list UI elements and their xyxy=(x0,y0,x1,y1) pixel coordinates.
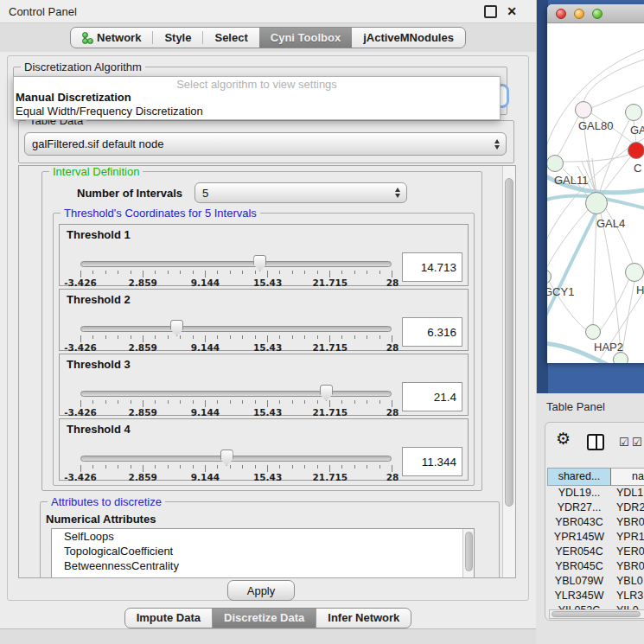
table-row[interactable]: YLR345WYLR3 xyxy=(547,589,644,603)
tick-label: 28 xyxy=(386,407,399,418)
cell-name: YBL0 xyxy=(611,574,644,589)
table-row[interactable]: YDR27...YDR2 xyxy=(547,501,644,515)
numerical-attributes-list[interactable]: SelfLoopsTopologicalCoefficientBetweenne… xyxy=(51,528,475,577)
node-label: GAL4 xyxy=(596,217,625,230)
network-node-c[interactable] xyxy=(628,142,644,159)
cell-shared-name: YDR27... xyxy=(547,501,611,515)
tick-label: 9.144 xyxy=(191,277,220,288)
minimize-traffic-light-icon[interactable] xyxy=(574,9,584,19)
threshold-slider-thumb[interactable] xyxy=(253,255,266,271)
threshold-slider-thumb[interactable] xyxy=(320,385,333,401)
algorithm-option-manual-discretization[interactable]: Manual Discretization xyxy=(14,91,500,105)
threshold-value-field[interactable] xyxy=(402,447,462,476)
attribute-list-item[interactable]: BetweennessCentrality xyxy=(52,558,474,573)
threshold-3-box: Threshold 3-3.4262.8599.14415.4321.71528 xyxy=(59,354,469,416)
tab-infer-network[interactable]: Infer Network xyxy=(316,609,411,628)
interval-definition-group-title: Interval Definition xyxy=(49,166,143,178)
threshold-slider-thumb[interactable] xyxy=(220,450,233,466)
tab-network[interactable]: Network xyxy=(71,28,152,48)
tab-impute-data[interactable]: Impute Data xyxy=(125,609,212,628)
gear-icon[interactable]: ⚙ xyxy=(556,429,571,448)
algorithm-dropdown-hint: Select algorithm to view settings xyxy=(14,77,500,91)
cell-name: YDL1 xyxy=(611,486,644,501)
tick-label: -3.426 xyxy=(64,407,97,418)
threshold-value-field[interactable] xyxy=(402,252,462,282)
threshold-value-field[interactable] xyxy=(402,317,462,347)
tick-label: 2.859 xyxy=(129,472,157,482)
table-horizontal-scrollbar[interactable] xyxy=(549,609,644,619)
network-node-gal4[interactable] xyxy=(585,192,608,214)
tab-select[interactable]: Select xyxy=(203,28,258,48)
node-attribute-table: shared... na YDL19...YDL1YDR27...YDR2YBR… xyxy=(547,468,644,620)
tick-label: 21.715 xyxy=(313,342,348,353)
control-panel-title: Control Panel xyxy=(0,5,77,18)
checkbox-icon[interactable]: ☑ xyxy=(619,436,629,449)
tick-label: 21.715 xyxy=(313,277,348,288)
apply-button[interactable]: Apply xyxy=(227,580,295,601)
control-panel-titlebar: Control Panel ✕ xyxy=(0,0,536,23)
cell-shared-name: YBR043C xyxy=(547,515,611,530)
columns-icon[interactable] xyxy=(587,434,604,450)
network-node-gal11[interactable] xyxy=(547,155,564,172)
network-node-ga[interactable] xyxy=(625,104,642,121)
threshold-slider-track[interactable] xyxy=(80,456,392,462)
close-traffic-light-icon[interactable] xyxy=(556,9,566,19)
cell-name: YBR0 xyxy=(611,515,644,530)
tab-discretize-data[interactable]: Discretize Data xyxy=(212,609,316,628)
network-node-gal80[interactable] xyxy=(575,101,592,118)
cell-name: YLR3 xyxy=(611,589,644,603)
table-row[interactable]: YPR145WYPR1 xyxy=(547,530,644,545)
table-row[interactable]: YER054CYER0 xyxy=(547,545,644,559)
threshold-slider-thumb[interactable] xyxy=(170,320,183,336)
table-row[interactable]: YDL19...YDL1 xyxy=(547,486,644,501)
table-row[interactable]: YBL079WYBL0 xyxy=(547,574,644,589)
threshold-label: Threshold 1 xyxy=(67,228,131,241)
cell-name: YER0 xyxy=(611,545,644,559)
tab-style[interactable]: Style xyxy=(153,28,202,48)
table-row[interactable]: YBR045CYBR0 xyxy=(547,559,644,574)
zoom-traffic-light-icon[interactable] xyxy=(592,9,603,19)
table-data-combobox[interactable]: galFiltered.sif default node xyxy=(24,132,507,156)
attributes-scrollbar-thumb[interactable] xyxy=(465,532,473,571)
threshold-slider-track[interactable] xyxy=(80,261,392,267)
table-header-name[interactable]: na xyxy=(611,468,644,486)
tab-label: Cyni Toolbox xyxy=(271,31,341,44)
algorithm-option-equal-width-frequency[interactable]: Equal Width/Frequency Discretization xyxy=(14,105,500,118)
network-view-window[interactable]: GAL80GACGAL11GAL4GCY1HHAP2 xyxy=(547,4,644,363)
tab-jactivemnodules[interactable]: jActiveMNodules xyxy=(352,28,465,48)
attribute-list-item[interactable]: TopologicalCoefficient xyxy=(52,544,474,558)
settings-scrollpane: Interval Definition Number of Intervals … xyxy=(18,165,516,578)
number-of-intervals-combobox[interactable]: 5 xyxy=(194,182,407,203)
table-hscrollbar-thumb[interactable] xyxy=(552,611,641,617)
network-window-titlebar[interactable] xyxy=(547,4,644,23)
threshold-label: Threshold 2 xyxy=(67,293,131,306)
settings-vertical-scrollbar[interactable] xyxy=(502,166,515,577)
float-window-icon[interactable] xyxy=(484,5,497,18)
settings-scroll-content: Interval Definition Number of Intervals … xyxy=(19,166,502,577)
cell-shared-name: YBR045C xyxy=(547,559,611,574)
slider-tick-labels: -3.4262.8599.14415.4321.71528 xyxy=(80,407,392,417)
network-node-hap2[interactable] xyxy=(585,324,601,340)
cell-shared-name: YBL079W xyxy=(547,574,611,589)
network-canvas[interactable]: GAL80GACGAL11GAL4GCY1HHAP2 xyxy=(547,23,644,363)
threshold-value-field[interactable] xyxy=(402,382,462,411)
network-node[interactable] xyxy=(613,352,628,363)
table-rows: YDL19...YDL1YDR27...YDR2YBR043CYBR0YPR14… xyxy=(547,486,644,618)
close-icon[interactable]: ✕ xyxy=(507,6,517,17)
table-row[interactable]: YBR043CYBR0 xyxy=(547,515,644,530)
threshold-label: Threshold 4 xyxy=(67,423,131,436)
attribute-list-item[interactable]: SelfLoops xyxy=(52,529,474,544)
cell-shared-name: YDL19... xyxy=(547,486,611,501)
bottom-tabstrip: Impute DataDiscretize DataInfer Network xyxy=(0,606,536,628)
threshold-slider-track[interactable] xyxy=(80,391,392,397)
settings-scrollbar-thumb[interactable] xyxy=(505,178,513,507)
combo-stepper-icon xyxy=(494,139,500,150)
network-node-h[interactable] xyxy=(625,263,644,282)
attributes-list-scrollbar[interactable] xyxy=(462,529,474,577)
table-header-shared-name[interactable]: shared... xyxy=(547,468,611,486)
checkbox-icon[interactable]: ☑ xyxy=(632,436,642,449)
attributes-to-discretize-group: Attributes to discretize Numerical Attri… xyxy=(40,501,500,577)
top-tab-bar: NetworkStyleSelectCyni ToolboxjActiveMNo… xyxy=(70,27,466,48)
threshold-slider-track[interactable] xyxy=(80,326,392,332)
tab-cyni-toolbox[interactable]: Cyni Toolbox xyxy=(259,28,352,48)
